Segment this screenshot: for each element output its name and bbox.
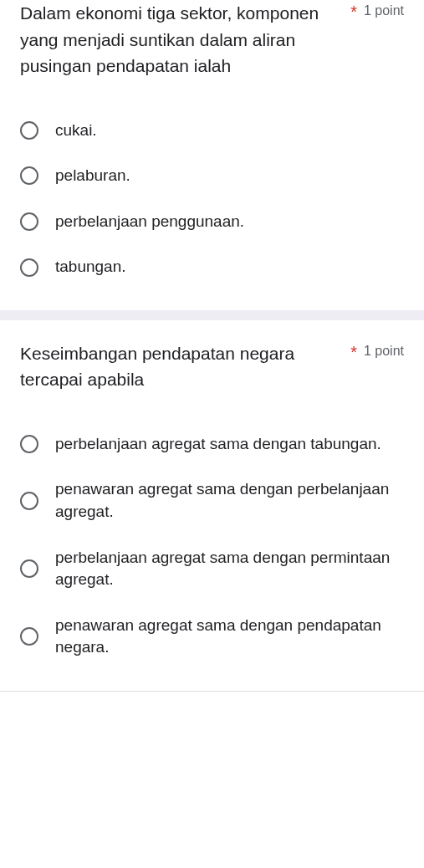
divider xyxy=(0,691,424,692)
question-text-content: Dalam ekonomi tiga sektor, komponen yang… xyxy=(20,3,319,75)
option-label: tabungan. xyxy=(55,256,126,278)
radio-option[interactable]: penawaran agregat sama dengan perbelanja… xyxy=(20,467,404,534)
radio-option[interactable]: perbelanjaan agregat sama dengan permint… xyxy=(20,535,404,603)
radio-option[interactable]: penawaran agregat sama dengan pendapatan… xyxy=(20,603,404,671)
question-header: Keseimbangan pendapatan negara tercapai … xyxy=(20,340,404,393)
radio-option[interactable]: perbelanjaan penggunaan. xyxy=(20,199,404,245)
radio-option[interactable]: tabungan. xyxy=(20,244,404,290)
options-group: perbelanjaan agregat sama dengan tabunga… xyxy=(20,421,404,671)
radio-icon xyxy=(20,212,38,231)
required-star: * xyxy=(350,340,357,364)
question-header: Dalam ekonomi tiga sektor, komponen yang… xyxy=(20,0,404,79)
points-label: 1 point xyxy=(364,0,404,22)
question-card: Dalam ekonomi tiga sektor, komponen yang… xyxy=(0,0,424,310)
radio-option[interactable]: cukai. xyxy=(20,108,404,154)
option-label: perbelanjaan penggunaan. xyxy=(55,211,244,233)
option-label: cukai. xyxy=(55,120,97,142)
question-text: Keseimbangan pendapatan negara tercapai … xyxy=(20,340,339,393)
required-star: * xyxy=(350,0,357,23)
option-label: perbelanjaan agregat sama dengan tabunga… xyxy=(55,433,381,456)
radio-option[interactable]: perbelanjaan agregat sama dengan tabunga… xyxy=(20,421,404,467)
points-label: 1 point xyxy=(364,340,404,362)
radio-icon xyxy=(20,166,38,185)
option-label: perbelanjaan agregat sama dengan permint… xyxy=(55,547,404,591)
options-group: cukai. pelaburan. perbelanjaan penggunaa… xyxy=(20,108,404,290)
radio-option[interactable]: pelaburan. xyxy=(20,153,404,199)
question-text-content: Keseimbangan pendapatan negara tercapai … xyxy=(20,344,294,390)
radio-icon xyxy=(20,627,38,646)
option-label: penawaran agregat sama dengan pendapatan… xyxy=(55,615,404,659)
radio-icon xyxy=(20,435,38,453)
question-text: Dalam ekonomi tiga sektor, komponen yang… xyxy=(20,0,339,79)
radio-icon xyxy=(20,559,38,578)
radio-icon xyxy=(20,121,38,140)
question-card: Keseimbangan pendapatan negara tercapai … xyxy=(0,310,424,691)
radio-icon xyxy=(20,492,38,510)
option-label: penawaran agregat sama dengan perbelanja… xyxy=(55,478,404,523)
radio-icon xyxy=(20,258,38,277)
option-label: pelaburan. xyxy=(55,165,130,187)
